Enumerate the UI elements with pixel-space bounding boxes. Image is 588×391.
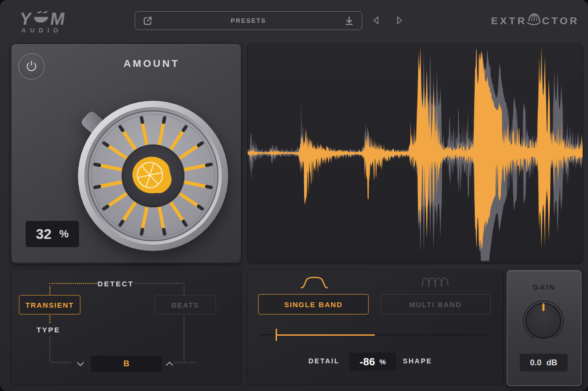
triangle-left-icon xyxy=(374,17,378,24)
single-band-curve-icon xyxy=(299,276,329,291)
connector-line xyxy=(184,286,185,295)
gain-value-box[interactable]: 0.0 dB xyxy=(520,354,568,372)
single-band-button[interactable]: SINGLE BAND xyxy=(258,294,369,314)
detail-label: DETAIL xyxy=(295,357,353,365)
connector-line xyxy=(49,337,50,361)
chevron-down-icon xyxy=(77,363,83,366)
header-bar: Y M AUDIO PRESETS xyxy=(0,0,588,42)
amount-title: AMOUNT xyxy=(79,58,224,69)
detail-value: -86 xyxy=(359,356,375,368)
brand-logo: Y M AUDIO xyxy=(14,9,72,36)
power-button[interactable] xyxy=(18,53,45,79)
plugin-window: Y M AUDIO PRESETS xyxy=(0,0,588,391)
band-panel: SINGLE BAND MULTI BAND DETAIL -86 % SHAP… xyxy=(247,270,504,385)
connector-line xyxy=(174,362,196,363)
chevron-up-icon xyxy=(167,362,172,365)
slider-handle[interactable] xyxy=(276,328,278,341)
type-value-box[interactable]: B xyxy=(91,356,162,372)
amount-value: 32 xyxy=(36,226,51,242)
connector-line xyxy=(50,362,71,363)
bowl-icon xyxy=(33,11,49,23)
gain-value: 0.0 xyxy=(530,358,542,368)
gain-title: GAIN xyxy=(508,283,581,291)
connector-line xyxy=(135,283,185,284)
type-previous-button[interactable] xyxy=(75,358,86,370)
juicer-icon xyxy=(527,12,542,28)
shape-label: SHAPE xyxy=(388,357,447,365)
detail-unit: % xyxy=(379,358,386,366)
product-text-left: EXTR xyxy=(491,15,527,27)
waveform-display xyxy=(247,44,583,264)
detect-mode-transient-button[interactable]: TRANSIENT xyxy=(19,295,80,314)
connector-line xyxy=(184,315,185,361)
type-label: TYPE xyxy=(24,326,73,334)
presets-label[interactable]: PRESETS xyxy=(135,12,362,30)
waveform-svg xyxy=(248,44,583,264)
type-value: B xyxy=(124,359,129,369)
detect-mode-beats-button[interactable]: BEATS xyxy=(155,295,216,314)
triangle-right-icon xyxy=(398,17,402,24)
previous-preset-button[interactable] xyxy=(371,15,382,26)
shape-slider[interactable] xyxy=(260,328,490,342)
brand-letter-m: M xyxy=(49,9,66,29)
gain-knob[interactable] xyxy=(520,297,567,344)
brand-wordmark: Y M xyxy=(18,9,66,29)
power-icon xyxy=(26,61,37,72)
connector-line xyxy=(49,315,50,323)
connector-line xyxy=(49,286,50,295)
gain-panel: GAIN 0.0 dB xyxy=(507,270,582,386)
amount-panel: AMOUNT xyxy=(11,44,242,264)
type-next-button[interactable] xyxy=(164,358,175,370)
product-text-right: CTOR xyxy=(542,15,579,27)
presets-bar[interactable]: PRESETS xyxy=(135,11,362,30)
connector-line xyxy=(49,283,97,284)
amount-knob[interactable] xyxy=(66,89,240,263)
multi-band-curves-icon xyxy=(421,277,449,289)
brand-audio-label: AUDIO xyxy=(21,27,62,34)
amount-value-box[interactable]: 32 % xyxy=(26,221,79,247)
detect-panel: DETECT TRANSIENT BEATS TYPE B xyxy=(11,270,242,385)
gain-unit: dB xyxy=(546,358,557,368)
product-logo: EXTR CTOR xyxy=(491,13,579,29)
multi-band-button[interactable]: MULTI BAND xyxy=(380,294,491,314)
brand-letter-y: Y xyxy=(18,9,33,29)
slider-fill xyxy=(276,334,375,336)
next-preset-button[interactable] xyxy=(394,15,404,26)
amount-unit: % xyxy=(59,228,69,240)
download-icon[interactable] xyxy=(344,16,355,26)
